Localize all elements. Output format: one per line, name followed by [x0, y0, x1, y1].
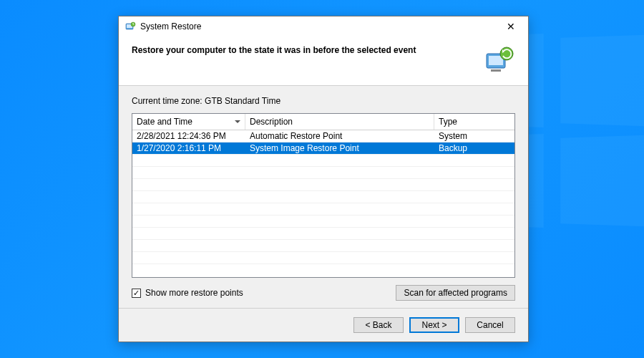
cell-date: 1/27/2020 2:16:11 PM: [132, 143, 245, 153]
titlebar: System Restore ✕: [119, 16, 528, 37]
column-header-date[interactable]: Date and Time: [132, 114, 245, 130]
restore-points-table: Date and Time Description Type 2/28/2021…: [132, 113, 515, 278]
column-header-type[interactable]: Type: [434, 114, 514, 130]
cell-date: 2/28/2021 12:24:36 PM: [132, 131, 245, 141]
table-row-empty: [132, 216, 514, 228]
table-body: 2/28/2021 12:24:36 PMAutomatic Restore P…: [132, 130, 514, 277]
cell-description: System Image Restore Point: [245, 143, 434, 153]
table-row-empty: [132, 228, 514, 240]
checkbox-icon: ✓: [132, 289, 141, 298]
system-restore-dialog: System Restore ✕ Restore your computer t…: [118, 16, 529, 342]
table-row[interactable]: 1/27/2020 2:16:11 PMSystem Image Restore…: [132, 142, 514, 155]
cancel-button[interactable]: Cancel: [465, 317, 515, 333]
svg-rect-5: [491, 69, 501, 72]
table-header: Date and Time Description Type: [132, 114, 514, 130]
table-row-empty: [132, 240, 514, 252]
page-heading: Restore your computer to the state it wa…: [132, 44, 475, 55]
column-header-description[interactable]: Description: [245, 114, 434, 130]
footer: < Back Next > Cancel: [119, 308, 528, 342]
table-row-empty: [132, 191, 514, 203]
cell-type: System: [434, 131, 514, 141]
system-restore-icon: [125, 21, 136, 32]
header-panel: Restore your computer to the state it wa…: [119, 37, 528, 85]
content-panel: Current time zone: GTB Standard Time Dat…: [119, 86, 528, 308]
cell-type: Backup: [434, 143, 514, 153]
window-title: System Restore: [140, 21, 201, 32]
close-button[interactable]: ✕: [498, 19, 524, 34]
table-row-empty: [132, 252, 514, 264]
table-row-empty: [132, 203, 514, 216]
restore-large-icon: [482, 44, 515, 77]
table-row[interactable]: 2/28/2021 12:24:36 PMAutomatic Restore P…: [132, 130, 514, 142]
table-row-empty: [132, 167, 514, 179]
next-button[interactable]: Next >: [409, 317, 459, 333]
below-table-row: ✓ Show more restore points Scan for affe…: [132, 278, 515, 301]
back-button[interactable]: < Back: [353, 317, 404, 333]
timezone-label: Current time zone: GTB Standard Time: [132, 96, 515, 106]
close-icon: ✕: [507, 21, 515, 32]
checkbox-label: Show more restore points: [145, 288, 243, 298]
table-row-empty: [132, 155, 514, 167]
cell-description: Automatic Restore Point: [245, 131, 434, 141]
scan-affected-programs-button[interactable]: Scan for affected programs: [396, 285, 515, 301]
show-more-checkbox[interactable]: ✓ Show more restore points: [132, 288, 243, 298]
table-row-empty: [132, 179, 514, 191]
